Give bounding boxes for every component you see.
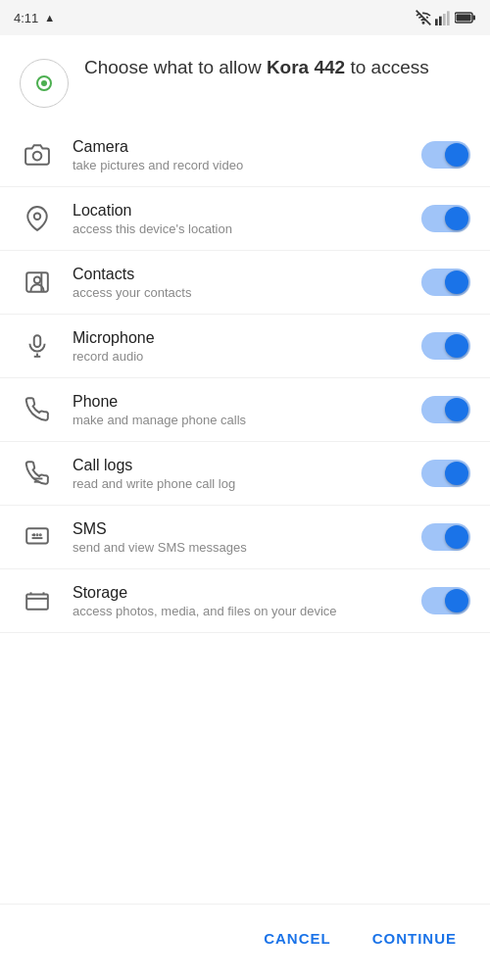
permission-item-sms: SMS send and view SMS messages bbox=[0, 506, 490, 569]
microphone-icon bbox=[20, 328, 55, 364]
permission-item-camera: Camera take pictures and record video bbox=[0, 123, 490, 187]
toggle-microphone[interactable] bbox=[421, 332, 470, 360]
permission-name-camera: Camera bbox=[73, 138, 404, 156]
permission-desc-camera: take pictures and record video bbox=[73, 158, 404, 172]
svg-rect-11 bbox=[26, 272, 48, 292]
cancel-button[interactable]: CANCEL bbox=[250, 920, 345, 956]
header-section: Choose what to allow Kora 442 to access bbox=[0, 35, 490, 118]
permission-name-call-logs: Call logs bbox=[73, 457, 404, 474]
permission-text-microphone: Microphone record audio bbox=[73, 329, 404, 364]
permission-text-storage: Storage access photos, media, and files … bbox=[73, 584, 404, 618]
battery-icon bbox=[455, 11, 476, 24]
call-logs-icon bbox=[20, 456, 55, 491]
toggle-phone[interactable] bbox=[421, 396, 470, 423]
permission-desc-sms: send and view SMS messages bbox=[73, 540, 404, 555]
toggle-camera[interactable] bbox=[421, 141, 470, 169]
status-alert: ▲ bbox=[44, 12, 55, 24]
header-title: Choose what to allow Kora 442 to access bbox=[84, 55, 470, 81]
svg-point-12 bbox=[34, 277, 41, 284]
wifi-icon bbox=[416, 10, 431, 25]
app-icon-inner bbox=[36, 75, 52, 91]
svg-point-22 bbox=[36, 534, 37, 535]
status-bar: 4:11 ▲ bbox=[0, 0, 490, 35]
permission-text-location: Location access this device's location bbox=[73, 202, 404, 236]
phone-icon bbox=[20, 392, 55, 427]
permission-item-microphone: Microphone record audio bbox=[0, 315, 490, 378]
permission-desc-call-logs: read and write phone call log bbox=[73, 476, 404, 491]
svg-rect-25 bbox=[26, 595, 48, 610]
svg-point-9 bbox=[33, 152, 42, 161]
toggle-location[interactable] bbox=[421, 205, 470, 232]
permission-item-phone: Phone make and manage phone calls bbox=[0, 378, 490, 442]
camera-icon bbox=[20, 137, 55, 172]
svg-rect-8 bbox=[457, 15, 471, 22]
permission-list: Camera take pictures and record video Lo… bbox=[0, 118, 490, 904]
permission-desc-phone: make and manage phone calls bbox=[73, 413, 404, 427]
bottom-actions: CANCEL CONTINUE bbox=[0, 904, 490, 980]
svg-point-10 bbox=[34, 214, 41, 220]
permission-desc-storage: access photos, media, and files on your … bbox=[73, 604, 404, 618]
permission-name-location: Location bbox=[73, 202, 404, 220]
permission-item-contacts: Contacts access your contacts bbox=[0, 251, 490, 315]
status-right bbox=[416, 10, 476, 25]
permission-desc-microphone: record audio bbox=[73, 349, 404, 364]
toggle-storage[interactable] bbox=[421, 587, 470, 614]
svg-rect-5 bbox=[447, 11, 450, 25]
header-title-suffix: to access bbox=[345, 57, 429, 77]
permission-text-contacts: Contacts access your contacts bbox=[73, 266, 404, 300]
continue-button[interactable]: CONTINUE bbox=[359, 920, 470, 956]
app-name: Kora 442 bbox=[267, 57, 345, 77]
header-title-prefix: Choose what to allow bbox=[84, 57, 267, 77]
location-icon bbox=[20, 201, 55, 236]
svg-point-23 bbox=[40, 534, 41, 535]
permission-name-microphone: Microphone bbox=[73, 329, 404, 347]
permission-item-call-logs: Call logs read and write phone call log bbox=[0, 442, 490, 506]
status-left: 4:11 ▲ bbox=[14, 11, 55, 25]
svg-point-24 bbox=[33, 534, 34, 535]
toggle-call-logs[interactable] bbox=[421, 460, 470, 487]
permission-name-phone: Phone bbox=[73, 393, 404, 411]
permission-text-camera: Camera take pictures and record video bbox=[73, 138, 404, 172]
signal-icon bbox=[435, 10, 451, 25]
permission-item-storage: Storage access photos, media, and files … bbox=[0, 569, 490, 633]
permission-text-call-logs: Call logs read and write phone call log bbox=[73, 457, 404, 491]
permission-name-sms: SMS bbox=[73, 520, 404, 538]
svg-rect-14 bbox=[34, 335, 41, 347]
svg-rect-4 bbox=[443, 14, 446, 25]
permission-text-phone: Phone make and manage phone calls bbox=[73, 393, 404, 427]
svg-rect-3 bbox=[439, 17, 442, 25]
permission-name-storage: Storage bbox=[73, 584, 404, 602]
svg-rect-7 bbox=[473, 16, 476, 21]
app-icon bbox=[20, 59, 69, 108]
contacts-icon bbox=[20, 265, 55, 300]
sms-icon bbox=[20, 519, 55, 555]
toggle-sms[interactable] bbox=[421, 523, 470, 551]
toggle-contacts[interactable] bbox=[421, 269, 470, 296]
permission-item-location: Location access this device's location bbox=[0, 187, 490, 251]
status-time: 4:11 bbox=[14, 11, 38, 25]
permission-name-contacts: Contacts bbox=[73, 266, 404, 283]
storage-icon bbox=[20, 583, 55, 618]
permission-desc-contacts: access your contacts bbox=[73, 285, 404, 300]
permission-desc-location: access this device's location bbox=[73, 221, 404, 236]
permission-text-sms: SMS send and view SMS messages bbox=[73, 520, 404, 555]
svg-rect-2 bbox=[435, 19, 438, 25]
svg-point-1 bbox=[422, 23, 423, 24]
main-container: Choose what to allow Kora 442 to access … bbox=[0, 35, 490, 980]
